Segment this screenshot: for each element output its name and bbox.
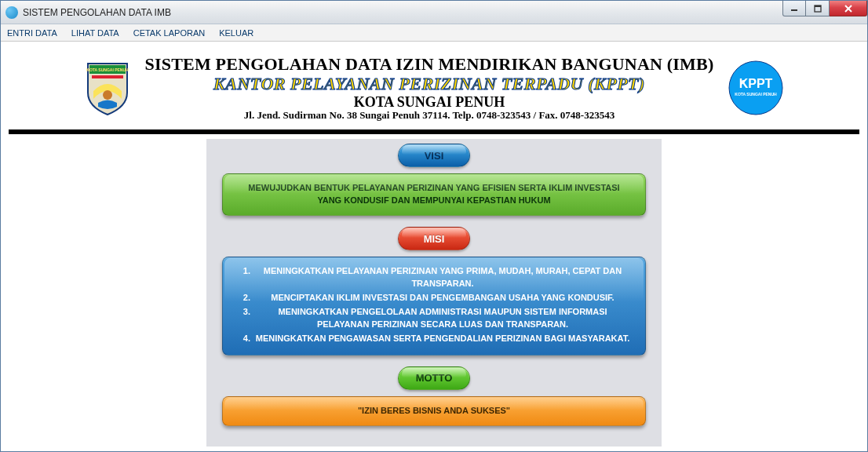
menubar: ENTRI DATA LIHAT DATA CETAK LAPORAN KELU… [1, 24, 867, 42]
close-button[interactable] [830, 1, 867, 16]
motto-label: MOTTO [416, 372, 453, 384]
header-panel: KOTA SUNGAI PENUH SISTEM PENGOLAHAN DATA… [9, 48, 859, 134]
minimize-icon [790, 5, 798, 13]
kppt-logo-icon: KPPT KOTA SUNGAI PENUH [728, 60, 784, 116]
window-title: SISTEM PENGOLAHAN DATA IMB [23, 7, 171, 18]
header-title-line3: KOTA SUNGAI PENUH [145, 94, 714, 111]
menu-cetak-laporan[interactable]: CETAK LAPORAN [133, 28, 206, 38]
header-address: Jl. Jend. Sudirman No. 38 Sungai Penuh 3… [145, 110, 714, 122]
menu-entri-data[interactable]: ENTRI DATA [7, 28, 57, 38]
menu-lihat-data[interactable]: LIHAT DATA [71, 28, 119, 38]
close-icon [844, 4, 853, 13]
titlebar: SISTEM PENGOLAHAN DATA IMB [1, 1, 867, 24]
svg-text:KPPT: KPPT [739, 77, 773, 90]
maximize-icon [814, 5, 822, 13]
misi-panel: MENINGKATKAN PELAYANAN PERIZINAN YANG PR… [222, 257, 646, 355]
header-title-line2: KANTOR PELAYANAN PERIZINAN TERPADU (KPPT… [145, 74, 714, 93]
visi-text: MEWUJUDKAN BENTUK PELAYANAN PERIZINAN YA… [248, 183, 619, 205]
app-window: SISTEM PENGOLAHAN DATA IMB ENTRI DATA LI… [0, 0, 868, 452]
visi-pill: VISI [398, 144, 470, 167]
svg-text:KOTA SUNGAI PENUH: KOTA SUNGAI PENUH [735, 92, 778, 97]
menu-keluar[interactable]: KELUAR [219, 28, 253, 38]
motto-text: "IZIN BERES BISNIS ANDA SUKSES" [358, 406, 510, 415]
header-text-block: SISTEM PENGOLAHAN DATA IZIN MENDIRIKAN B… [145, 54, 714, 122]
minimize-button[interactable] [782, 1, 806, 16]
visi-panel: MEWUJUDKAN BENTUK PELAYANAN PERIZINAN YA… [222, 173, 646, 216]
misi-item-3: MENINGKATKAN PENGELOLAAN ADMINISTRASI MA… [253, 306, 633, 331]
misi-item-4: MENINGKATKAN PENGAWASAN SERTA PENGENDALI… [253, 333, 633, 345]
misi-list: MENINGKATKAN PELAYANAN PERIZINAN YANG PR… [235, 265, 633, 345]
client-area: KOTA SUNGAI PENUH SISTEM PENGOLAHAN DATA… [1, 42, 867, 451]
motto-pill: MOTTO [398, 366, 470, 390]
svg-text:KOTA SUNGAI PENUH: KOTA SUNGAI PENUH [86, 67, 129, 72]
city-crest-icon: KOTA SUNGAI PENUH [84, 60, 131, 116]
content-area: VISI MEWUJUDKAN BENTUK PELAYANAN PERIZIN… [206, 139, 662, 447]
misi-item-2: MENCIPTAKAN IKLIM INVESTASI DAN PENGEMBA… [253, 292, 633, 304]
header-title-line1: SISTEM PENGOLAHAN DATA IZIN MENDIRIKAN B… [145, 54, 714, 74]
window-controls [782, 1, 867, 16]
svg-point-6 [103, 90, 112, 100]
motto-panel: "IZIN BERES BISNIS ANDA SUKSES" [222, 396, 646, 426]
misi-pill: MISI [398, 227, 470, 250]
visi-label: VISI [425, 150, 444, 162]
maximize-button[interactable] [806, 1, 830, 16]
svg-point-11 [742, 80, 745, 83]
app-icon [5, 6, 18, 19]
misi-item-1: MENINGKATKAN PELAYANAN PERIZINAN YANG PR… [253, 265, 633, 290]
misi-label: MISI [424, 233, 445, 245]
